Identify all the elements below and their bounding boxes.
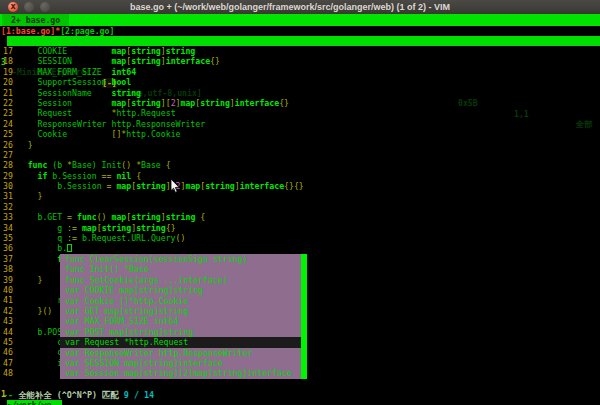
line-number: 19 <box>3 67 28 77</box>
vim-tabline: 2+ base.go <box>0 14 600 26</box>
code-line: 31 } <box>3 191 304 201</box>
code-token: string <box>131 56 161 66</box>
code-token: map <box>111 212 126 222</box>
code-token: Base <box>141 160 166 170</box>
code-token: string <box>136 181 166 191</box>
code-token: () <box>121 160 131 170</box>
code-token: http.Cookie <box>126 129 180 139</box>
line-number: 45 <box>3 337 28 347</box>
completion-item[interactable]: func ClearSession(sessionSign string) <box>60 254 301 264</box>
code-token: r <box>28 295 63 305</box>
code-line: 26 } <box>3 140 304 150</box>
code-token: } <box>28 140 33 150</box>
code-token: func <box>77 212 97 222</box>
completion-item-selected[interactable]: var Request *http.Request <box>60 337 301 347</box>
completion-mode-message: 全能补全 (^O^N^P) 匹配 <box>18 390 124 400</box>
line-number: 28 <box>3 160 28 170</box>
line-number: 38 <box>3 264 28 274</box>
status-scroll-indicator: 全部 <box>576 119 592 129</box>
status-bar-fill <box>7 36 600 46</box>
code-token: map <box>111 46 126 56</box>
code-token: COOKIE <box>28 46 112 56</box>
code-token: string <box>131 212 161 222</box>
code-token: i <box>28 358 63 368</box>
code-token <box>28 171 38 181</box>
vim-message-line: -- 全能补全 (^O^N^P) 匹配 9 / 14 <box>3 389 154 404</box>
completion-item[interactable]: func Init() *Base <box>60 264 301 274</box>
code-token: func <box>28 160 48 170</box>
minimize-window-icon[interactable] <box>24 2 34 12</box>
line-number: 18 <box>3 56 28 66</box>
code-token: int64 <box>111 67 136 77</box>
code-line: 22 Session map[string][2]map[string]inte… <box>3 98 304 108</box>
line-number: 25 <box>3 129 28 139</box>
code-token: Cookie <box>28 129 112 139</box>
code-line: 25 Cookie []*http.Cookie <box>3 129 304 139</box>
code-token: string <box>102 223 132 233</box>
line-number: 30 <box>3 181 28 191</box>
line-number: 44 <box>3 327 28 337</box>
line-number: 17 <box>3 46 28 56</box>
code-token: } <box>38 191 43 201</box>
window-title: base.go + (~/work/web/golanger/framework… <box>130 2 450 13</box>
minibufexplorer-line: [1:base.go]*[2:page.go] <box>1 26 114 36</box>
code-token: Request <box>28 108 112 118</box>
code-token: c <box>28 347 63 357</box>
code-line: 29 if b.Session == nil { <box>3 171 304 181</box>
code-line: 28 func (b *Base) Init() *Base { <box>3 160 304 170</box>
buffer-tab-page-go[interactable]: [2:page.go] <box>60 26 114 36</box>
line-number: 48 <box>3 368 28 378</box>
code-token: interface <box>166 56 210 66</box>
code-token: b.GET <box>28 212 67 222</box>
code-token: string <box>166 212 196 222</box>
code-token: q <box>28 233 67 243</box>
popup-scrollbar[interactable] <box>301 254 307 389</box>
line-number: 40 <box>3 285 28 295</box>
code-line: 30 b.Session = map[string][2]map[string]… <box>3 181 304 191</box>
code-token: b.Session <box>47 171 101 181</box>
buffer-tab-base-go[interactable]: [1:base.go]* <box>1 26 60 36</box>
maximize-window-icon[interactable] <box>40 2 50 12</box>
code-token: := <box>67 233 77 243</box>
completion-item[interactable]: var MAX_FORM_SIZE int64 <box>60 316 301 326</box>
line-number: 33 <box>3 212 28 222</box>
code-token: ResponseWriter http.ResponseWriter <box>28 119 205 129</box>
code-token: c <box>28 337 63 347</box>
completion-item[interactable]: var ResponseWriter http.ResponseWriter <box>60 348 301 358</box>
code-line: 27 <box>3 150 304 160</box>
code-token: if <box>38 171 48 181</box>
vim-window: x base.go + (~/work/web/golanger/framewo… <box>0 0 600 405</box>
code-token: nil <box>116 171 131 181</box>
code-token <box>28 275 38 285</box>
code-line: 19 MAX_FORM_SIZE int64 <box>3 67 304 77</box>
code-token: {}{} <box>284 181 304 191</box>
completion-item[interactable]: func SetCookie(args ...interface) <box>60 275 301 285</box>
line-number: 36 <box>3 243 28 253</box>
code-token: interface <box>235 98 279 108</box>
line-number: 35 <box>3 233 28 243</box>
close-window-icon[interactable]: x <box>8 2 18 12</box>
line-number: 26 <box>3 140 28 150</box>
line-number: 46 <box>3 347 28 357</box>
completion-item[interactable]: var SESSION map[string]interface <box>60 358 301 368</box>
completion-item[interactable]: var Session map[string][2]map[string]int… <box>60 368 301 378</box>
line-number: 43 <box>3 316 28 326</box>
completion-item-list: func ClearSession(sessionSign string)fun… <box>60 254 301 389</box>
completion-item[interactable]: var POST map[string]string <box>60 327 301 337</box>
code-token: {} <box>166 223 176 233</box>
line-number: 37 <box>3 254 28 264</box>
line-number: 21 <box>3 88 28 98</box>
code-token: == <box>102 171 112 181</box>
code-token: := <box>67 223 77 233</box>
code-token: b.Request.URL.Query <box>77 233 176 243</box>
completion-item[interactable]: var GET map[string]string <box>60 306 301 316</box>
line-number: 20 <box>3 77 28 87</box>
tab-base-go[interactable]: 2+ base.go <box>2 14 69 26</box>
completion-item[interactable]: var COOKIE map[string]string <box>60 285 301 295</box>
status-cursor-position: 1,1 <box>514 109 529 119</box>
completion-item[interactable]: var Cookie []*http.Cookie <box>60 296 301 306</box>
code-token: () <box>176 233 186 243</box>
code-token: (b <box>47 160 67 170</box>
code-token: []* <box>111 129 126 139</box>
line-number: 42 <box>3 306 28 316</box>
